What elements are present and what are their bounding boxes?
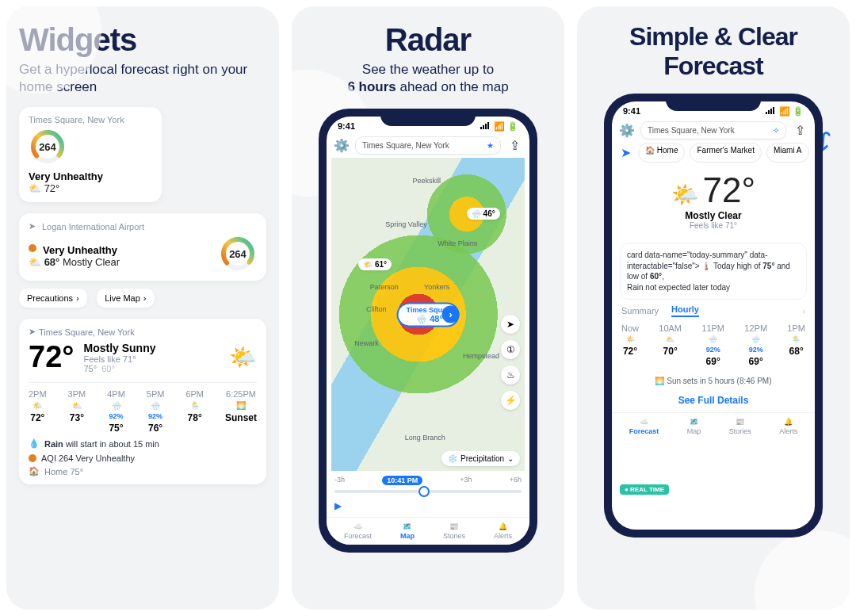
temp-pin[interactable]: 🌧️ 46° bbox=[467, 208, 500, 220]
today-hi: 75° bbox=[762, 262, 774, 270]
hour-temp: 69° bbox=[706, 356, 720, 367]
precip-pct: 92% bbox=[749, 346, 763, 354]
share-icon: ⇪ bbox=[510, 138, 520, 153]
tab-map[interactable]: 🗺️Map bbox=[687, 418, 701, 435]
partly-cloudy-icon: ⛅ bbox=[666, 335, 674, 343]
aqi-dot-icon bbox=[29, 454, 36, 462]
aqi-line: AQI 264 Very Unhealthy bbox=[41, 453, 135, 463]
hour-temp: 72° bbox=[623, 346, 637, 357]
aqi-temp: 72° bbox=[44, 182, 60, 194]
tab-alerts[interactable]: 🔔Alerts bbox=[494, 522, 512, 540]
play-button[interactable]: ▶ bbox=[334, 500, 342, 511]
hour-temp: Sunset bbox=[225, 412, 257, 423]
sun-cloud-icon: ⛅ bbox=[72, 401, 82, 410]
settings-button[interactable]: ⚙️ bbox=[333, 137, 350, 155]
aqi-wide-widget[interactable]: ➤Logan International Airport Very Unheal… bbox=[19, 213, 266, 281]
precip-pct: 92% bbox=[148, 412, 162, 420]
phone-notch bbox=[380, 109, 476, 126]
slider-knob[interactable] bbox=[418, 486, 430, 497]
map-city-label: Clifton bbox=[366, 305, 387, 313]
tab-map[interactable]: 🗺️Map bbox=[400, 522, 415, 540]
panel-radar: Radar See the weather up to6 hours ahead… bbox=[292, 6, 564, 610]
chevron-right-icon: › bbox=[76, 293, 79, 303]
hour-label: 12PM bbox=[744, 323, 767, 333]
warning-button[interactable]: ① bbox=[501, 340, 520, 359]
precautions-button[interactable]: Precautions › bbox=[19, 289, 87, 308]
share-icon: ⇪ bbox=[795, 123, 805, 138]
sunset-icon: 🌅 bbox=[236, 401, 246, 410]
hourly-forecast: Now🌤️72° 10AM⛅70° 11PM🌧️92%69° 12PM🌧️92%… bbox=[612, 317, 815, 373]
hour-temp: 68° bbox=[789, 346, 804, 357]
chevron-down-icon: ⌄ bbox=[507, 454, 514, 463]
aqi-small-widget[interactable]: Times Square, New York 264 Very Unhealth… bbox=[19, 107, 162, 202]
aqi-value: 264 bbox=[219, 235, 257, 273]
tab-stories[interactable]: 📰Stories bbox=[729, 418, 751, 435]
chip-miami[interactable]: Miami A bbox=[766, 143, 809, 163]
aqi-gauge-icon: 264 bbox=[29, 128, 67, 166]
rain-icon: 🌧️ bbox=[151, 401, 160, 410]
settings-button[interactable]: ⚙️ bbox=[618, 122, 636, 140]
location-arrow-icon[interactable]: ➤ bbox=[618, 143, 633, 163]
widget-location: Logan International Airport bbox=[42, 222, 144, 231]
chevron-right-icon: › bbox=[441, 306, 459, 323]
share-button[interactable]: ⇪ bbox=[791, 122, 808, 140]
aqi-value: 264 bbox=[29, 128, 67, 166]
timeline-slider[interactable] bbox=[334, 490, 522, 493]
aqi-dot-icon bbox=[29, 244, 36, 252]
lightning-button[interactable]: ⚡ bbox=[501, 391, 520, 410]
phone-mockup: 9:41 📶 🔋 ⚙️ Times Square, New York ✧ ⇪ ➤… bbox=[604, 94, 823, 538]
map-location-pill[interactable]: Times Square 🌧️ 48° › bbox=[397, 302, 460, 327]
home-temp: Home 75° bbox=[44, 467, 83, 476]
tab-bar: ☁️Forecast 🗺️Map 📰Stories 🔔Alerts bbox=[327, 517, 529, 545]
share-button[interactable]: ⇪ bbox=[506, 137, 523, 155]
chip-home[interactable]: 🏠 Home bbox=[638, 143, 685, 163]
chip-farmers-market[interactable]: Farmer's Market bbox=[690, 143, 761, 163]
precip-pct: 92% bbox=[706, 346, 720, 354]
hour-label: 6PM bbox=[185, 389, 204, 399]
forecast-widget[interactable]: ➤Times Square, New York 72° Mostly Sunny… bbox=[19, 319, 266, 484]
status-time: 9:41 bbox=[623, 106, 640, 117]
map-city-label: Hempstead bbox=[463, 352, 499, 360]
see-full-details-button[interactable]: See Full Details bbox=[612, 388, 815, 412]
temp-pin[interactable]: 🌤️ 61° bbox=[358, 258, 392, 270]
location-search[interactable]: Times Square, New York ✧ bbox=[640, 121, 786, 140]
gear-icon: ⚙️ bbox=[334, 138, 350, 153]
sun-cloud-icon: 🌤️ bbox=[626, 335, 635, 343]
temp-big: 72° bbox=[29, 340, 74, 374]
panel-title: Widgets bbox=[19, 22, 266, 58]
hour-label: 11PM bbox=[701, 323, 724, 333]
location-search[interactable]: Times Square, New York ★ bbox=[355, 136, 501, 155]
tab-stories[interactable]: 📰Stories bbox=[443, 522, 465, 540]
tab-forecast[interactable]: ☁️Forecast bbox=[629, 418, 659, 435]
map-city-label: Spring Valley bbox=[385, 220, 426, 228]
aqi-gauge-icon: 264 bbox=[219, 235, 257, 273]
hour-label: 1PM bbox=[787, 323, 805, 333]
phone-notch bbox=[666, 94, 761, 111]
feels-like: Feels like 71° bbox=[83, 354, 155, 364]
hero-condition: Mostly Clear bbox=[612, 210, 815, 221]
live-map-button[interactable]: Live Map › bbox=[97, 289, 154, 308]
aqi-label: Very Unhealthy bbox=[43, 244, 117, 256]
map-icon: 🗺️ bbox=[690, 418, 698, 426]
hour-label: 2PM bbox=[29, 389, 47, 399]
rain-icon: 🌧️ bbox=[709, 335, 717, 343]
bell-icon: 🔔 bbox=[499, 522, 507, 530]
tab-summary[interactable]: Summary bbox=[621, 306, 659, 316]
tab-hourly[interactable]: Hourly bbox=[671, 304, 699, 317]
radar-map[interactable]: Peekskill Spring Valley White Plains Pat… bbox=[331, 158, 525, 471]
tab-forecast[interactable]: ☁️Forecast bbox=[344, 522, 372, 540]
layer-selector[interactable]: ❄️Precipitation⌄ bbox=[441, 451, 520, 466]
tl-now: 10:41 PM bbox=[382, 476, 422, 485]
status-indicators: 📶 🔋 bbox=[766, 106, 804, 117]
precipitation-icon: ❄️ bbox=[448, 454, 457, 463]
sun-cloud-icon: 🌤️ bbox=[229, 344, 257, 370]
precip-pct: 92% bbox=[109, 412, 123, 420]
hero-feels-like: Feels like 71° bbox=[612, 221, 815, 230]
tab-alerts[interactable]: 🔔Alerts bbox=[779, 418, 797, 435]
status-indicators: 📶 🔋 bbox=[480, 121, 518, 132]
chevron-right-icon[interactable]: › bbox=[802, 306, 805, 316]
bell-icon: 🔔 bbox=[784, 418, 793, 426]
fire-button[interactable]: ♨ bbox=[501, 365, 520, 385]
locate-button[interactable]: ➤ bbox=[501, 315, 520, 334]
map-city-label: White Plains bbox=[438, 239, 477, 247]
